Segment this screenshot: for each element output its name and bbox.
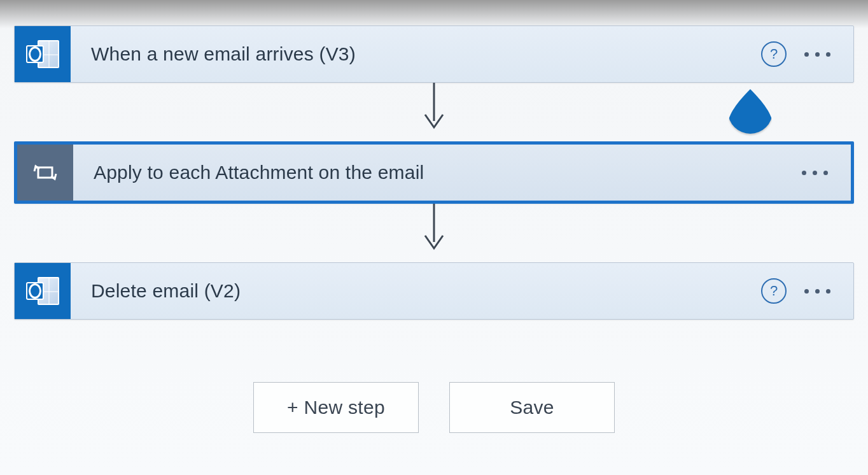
more-options-icon[interactable] xyxy=(804,52,830,57)
step-title: Delete email (V2) xyxy=(71,280,761,302)
step-action-delete-email[interactable]: Delete email (V2) ? xyxy=(14,262,854,320)
help-icon[interactable]: ? xyxy=(761,278,787,304)
new-step-button[interactable]: + New step xyxy=(253,382,419,433)
save-button[interactable]: Save xyxy=(449,382,615,433)
flow-connector xyxy=(14,204,854,262)
flow-connector xyxy=(14,83,854,141)
step-title: Apply to each Attachment on the email xyxy=(73,162,802,183)
step-apply-to-each-attachment[interactable]: Apply to each Attachment on the email xyxy=(14,141,854,204)
loop-icon xyxy=(17,145,73,201)
help-icon[interactable]: ? xyxy=(761,41,787,67)
more-options-icon[interactable] xyxy=(802,171,828,175)
step-title: When a new email arrives (V3) xyxy=(71,43,761,65)
flow-designer-canvas: When a new email arrives (V3) ? Apply to… xyxy=(0,0,868,433)
footer-button-row: + New step Save xyxy=(14,382,854,433)
more-options-icon[interactable] xyxy=(804,289,830,294)
outlook-icon xyxy=(15,263,71,319)
outlook-icon xyxy=(15,26,71,82)
step-trigger-when-email-arrives[interactable]: When a new email arrives (V3) ? xyxy=(14,25,854,83)
